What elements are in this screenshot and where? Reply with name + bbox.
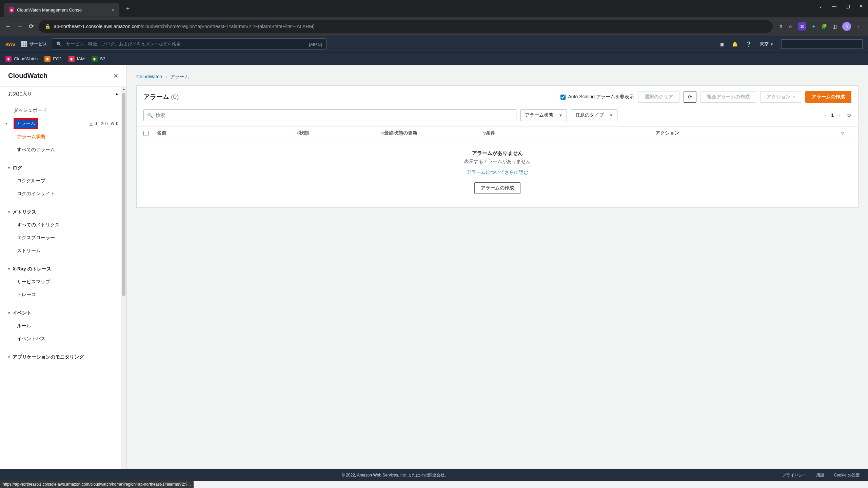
window-minimize-button[interactable]: — [831, 3, 837, 9]
tab-close-icon[interactable]: ✕ [111, 7, 115, 13]
next-page-button[interactable]: › [839, 113, 840, 118]
prev-page-button[interactable]: ‹ [825, 113, 827, 118]
column-menu-icon[interactable]: ▽ [841, 131, 844, 136]
url-input[interactable]: 🔒 ap-northeast-1.console.aws.amazon.com/… [39, 20, 773, 33]
breadcrumb-separator-icon: › [165, 74, 167, 79]
help-icon[interactable]: ❔ [746, 41, 752, 47]
sidebar-item-rule[interactable]: ルール [0, 320, 126, 332]
browser-menu-icon[interactable]: ⋮ [856, 24, 861, 29]
sidebar-group-app-monitoring[interactable]: ▾アプリケーションのモニタリング [0, 351, 126, 364]
grid-icon [21, 41, 27, 47]
region-selector[interactable]: 東京 ▾ [760, 41, 773, 47]
state-filter-select[interactable]: アラーム状態 ▼ [520, 109, 567, 121]
caret-down-icon: ▾ [793, 95, 795, 99]
sidebar-item-alarm-state[interactable]: アラーム状態 [0, 130, 126, 143]
sidebar-group-events[interactable]: ▾イベント [0, 307, 126, 320]
cloudshell-icon[interactable]: ▣ [719, 41, 724, 47]
sidebar-item-log-insights[interactable]: ログのインサイト [0, 187, 126, 200]
empty-create-alarm-button[interactable]: アラームの作成 [474, 182, 520, 194]
sidebar-title: CloudWatch [8, 72, 47, 80]
sidebar-item-explorer[interactable]: エクスプローラー [0, 231, 126, 244]
new-tab-button[interactable]: + [126, 5, 130, 12]
window-close-button[interactable]: ✕ [858, 3, 865, 9]
footer-terms-link[interactable]: 用語 [816, 472, 824, 478]
sidebar-item-alarms[interactable]: ▾ アラーム △0 ⊘0 ⊖0 [0, 117, 126, 130]
aws-logo[interactable]: aws [5, 41, 21, 47]
favorite-s3[interactable]: ◉S3 [92, 56, 105, 62]
actions-dropdown-button[interactable]: アクション▾ [760, 91, 801, 103]
scrollbar-thumb[interactable] [122, 93, 125, 296]
bookmark-star-icon[interactable]: ☆ [788, 24, 793, 29]
column-state[interactable]: 状態▽ [299, 130, 384, 136]
sidepanel-icon[interactable]: ◫ [832, 24, 837, 29]
sidebar-item-stream[interactable]: ストリーム [0, 244, 126, 257]
caret-down-icon: ▾ [5, 122, 7, 125]
sidebar-item-service-map[interactable]: サービスマップ [0, 276, 126, 288]
favorite-iam[interactable]: ◉IAM [68, 56, 85, 62]
alarm-search-input[interactable]: 🔍 [143, 109, 516, 121]
sidebar-close-icon[interactable]: ✕ [113, 72, 118, 80]
column-name[interactable]: 名前▽ [157, 130, 299, 136]
create-composite-alarm-button[interactable]: 複合アラームの作成 [701, 91, 756, 103]
main-content: CloudWatch › アラーム アラーム (0) Auto Scaling … [127, 65, 868, 488]
aws-footer: © 2022, Amazon Web Services, Inc. またはその関… [0, 469, 868, 481]
account-menu[interactable] [781, 39, 863, 49]
favorite-cloudwatch[interactable]: ◉CloudWatch [5, 56, 38, 62]
browser-tab[interactable]: ◉ CloudWatch Management Conso ✕ [4, 3, 119, 17]
browser-back-button[interactable]: ← [4, 23, 12, 30]
sidebar-item-event-bus[interactable]: イベントバス [0, 332, 126, 345]
panel-title: アラーム (0) [143, 93, 179, 101]
global-search-input[interactable]: 🔍 サービス、特徴、ブログ、およびドキュメントなどを検索 [Alt+S] [52, 38, 327, 50]
sort-icon: ▽ [381, 131, 384, 136]
share-icon[interactable]: ⇧ [779, 24, 783, 29]
sidebar-item-log-groups[interactable]: ロググループ [0, 175, 126, 187]
sidebar-item-trace[interactable]: トレース [0, 288, 126, 301]
search-icon: 🔍 [56, 41, 62, 47]
favorite-ec2[interactable]: ◉EC2 [44, 56, 61, 62]
chevron-down-icon[interactable]: ⌄ [817, 3, 824, 9]
select-all-checkbox[interactable] [143, 131, 149, 136]
caret-down-icon: ▼ [609, 113, 613, 117]
footer-privacy-link[interactable]: プライバシー [782, 472, 807, 478]
sidebar-group-metrics[interactable]: ▾メトリクス [0, 206, 126, 219]
sort-icon: ▽ [297, 131, 299, 136]
breadcrumb-root[interactable]: CloudWatch [136, 74, 162, 79]
services-menu-button[interactable]: サービス [21, 41, 47, 47]
column-updated[interactable]: 最終状態の更新▽ [384, 130, 486, 136]
refresh-button[interactable]: ⟳ [684, 91, 696, 103]
scroll-up-icon[interactable]: ▴ [121, 86, 126, 92]
empty-learn-more-link[interactable]: アラームについてさらに読む [143, 169, 851, 176]
sidebar-scrollbar[interactable]: ▴ [121, 86, 126, 488]
sidebar-item-all-metrics[interactable]: すべてのメトリクス [0, 219, 126, 231]
notifications-bell-icon[interactable]: 🔔 [732, 41, 738, 47]
type-filter-select[interactable]: 任意のタイプ ▼ [571, 109, 617, 121]
hide-autoscaling-checkbox[interactable]: Auto Scaling アラームを非表示 [560, 94, 634, 100]
aws-favorites-bar: ◉CloudWatch ◉EC2 ◉IAM ◉S3 [0, 52, 868, 65]
caret-down-icon: ▾ [8, 355, 10, 359]
sidebar-item-dashboard[interactable]: ダッシュボード [0, 104, 126, 117]
window-maximize-button[interactable]: ▢ [844, 3, 851, 9]
browser-forward-button[interactable]: → [16, 23, 24, 30]
sidebar-group-xray[interactable]: ▾X-Ray のトレース [0, 263, 126, 276]
extensions-puzzle-icon[interactable]: 🧩 [821, 24, 827, 29]
sidebar-item-all-alarms[interactable]: すべてのアラーム [0, 143, 126, 156]
caret-down-icon: ▾ [8, 210, 10, 214]
create-alarm-button[interactable]: アラームの作成 [805, 91, 851, 103]
browser-status-bar: https://ap-northeast-1.console.aws.amazo… [0, 481, 194, 488]
footer-cookie-link[interactable]: Cookie の設定 [834, 472, 860, 478]
aws-global-header: aws サービス 🔍 サービス、特徴、ブログ、およびドキュメントなどを検索 [A… [0, 36, 868, 52]
table-settings-gear-icon[interactable]: ⚙ [847, 113, 851, 118]
warning-triangle-icon: △ [89, 121, 94, 126]
extension-badge-icon[interactable]: 10 [798, 22, 806, 30]
caret-down-icon: ▾ [8, 166, 10, 170]
checkbox-input[interactable] [560, 95, 566, 100]
extension-icon[interactable]: ✦ [812, 24, 816, 29]
profile-avatar[interactable]: h [842, 22, 851, 31]
search-field[interactable] [156, 113, 513, 118]
clear-selection-button[interactable]: 選択のクリア [638, 91, 679, 103]
iam-icon: ◉ [68, 56, 75, 62]
browser-reload-button[interactable]: ⟳ [27, 23, 35, 30]
current-page: 1 [831, 113, 834, 118]
sidebar-group-logs[interactable]: ▾ログ [0, 162, 126, 175]
sidebar-favorites-row[interactable]: お気に入り ▸ [0, 87, 126, 101]
